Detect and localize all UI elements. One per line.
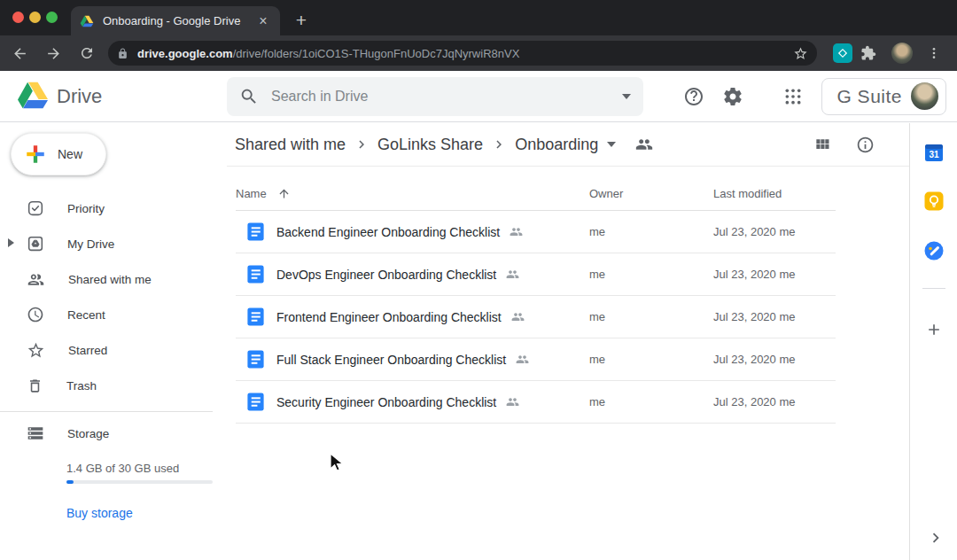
- mouse-cursor: [329, 453, 346, 478]
- search-bar[interactable]: Search in Drive: [227, 77, 643, 116]
- my-drive-icon: [27, 235, 44, 253]
- storage-progress-fill: [66, 480, 74, 484]
- address-bar[interactable]: drive.google.com/drive/folders/1oiCO1S-T…: [108, 41, 817, 66]
- sidebar-item-label: Shared with me: [68, 273, 152, 286]
- info-button[interactable]: [847, 127, 883, 162]
- google-apps-grid-icon[interactable]: [775, 79, 811, 114]
- sidebar-item-label: Priority: [67, 202, 105, 215]
- help-button[interactable]: [676, 79, 712, 114]
- file-name: DevOps Engineer Onboarding Checklist: [276, 268, 496, 282]
- bookmark-star-icon[interactable]: [793, 46, 808, 61]
- forward-button[interactable]: [39, 39, 67, 67]
- file-name: Frontend Engineer Onboarding Checklist: [276, 310, 502, 324]
- column-name-label: Name: [236, 187, 267, 200]
- file-name: Security Engineer Onboarding Checklist: [276, 395, 496, 409]
- tasks-icon[interactable]: [922, 239, 945, 262]
- screen-capture-extension-icon[interactable]: [833, 43, 852, 63]
- file-owner: me: [589, 268, 605, 281]
- file-row[interactable]: DevOps Engineer Onboarding Checklist me …: [236, 253, 836, 296]
- folder-menu-caret-icon[interactable]: [607, 142, 616, 147]
- grid-view-button[interactable]: [805, 127, 840, 162]
- account-avatar[interactable]: [911, 82, 938, 110]
- google-docs-icon: [245, 392, 266, 412]
- breadcrumb: Shared with me GoLinks Share Onboarding: [227, 123, 909, 167]
- shared-people-icon: [516, 353, 529, 366]
- google-docs-icon: [245, 349, 266, 369]
- file-row[interactable]: Frontend Engineer Onboarding Checklist m…: [236, 296, 836, 338]
- google-docs-icon: [245, 307, 266, 327]
- sidebar-item-trash[interactable]: Trash: [0, 368, 227, 403]
- settings-button[interactable]: [715, 79, 751, 114]
- expand-caret-icon[interactable]: [8, 238, 14, 247]
- sidebar-item-label: Recent: [67, 308, 105, 322]
- breadcrumb-shared-with-me[interactable]: Shared with me: [235, 136, 346, 154]
- svg-text:31: 31: [929, 150, 939, 159]
- file-row[interactable]: Backend Engineer Onboarding Checklist me…: [236, 211, 836, 253]
- file-last-modified: Jul 23, 2020 me: [713, 395, 796, 408]
- file-row[interactable]: Security Engineer Onboarding Checklist m…: [236, 381, 836, 424]
- file-last-modified: Jul 23, 2020 me: [713, 225, 796, 238]
- sidebar-item-label: Trash: [66, 379, 97, 393]
- keep-icon[interactable]: [922, 190, 945, 213]
- browser-profile-avatar[interactable]: [891, 43, 913, 64]
- browser-tab-bar: Onboarding - Google Drive × +: [0, 0, 957, 35]
- sidebar-item-shared-with-me[interactable]: Shared with me: [0, 261, 227, 297]
- shared-people-icon: [511, 310, 525, 323]
- window-minimize-button[interactable]: [29, 12, 41, 23]
- drive-favicon: [80, 14, 94, 28]
- extensions-puzzle-icon[interactable]: [854, 39, 883, 67]
- gsuite-account-badge[interactable]: G Suite: [821, 78, 946, 115]
- folder-shared-icon[interactable]: [635, 136, 653, 153]
- reload-button[interactable]: [73, 39, 101, 67]
- file-row[interactable]: Full Stack Engineer Onboarding Checklist…: [236, 338, 836, 381]
- new-button[interactable]: New: [11, 133, 106, 175]
- browser-menu-icon[interactable]: [920, 39, 948, 67]
- storage-progress-bar: [66, 480, 213, 484]
- shared-people-icon: [506, 395, 519, 408]
- column-header-name[interactable]: Name: [236, 187, 291, 200]
- sidebar-item-starred[interactable]: Starred: [0, 332, 227, 368]
- add-addon-button[interactable]: [922, 318, 945, 341]
- sidebar: New Priority My Drive Shared with me Rec…: [0, 123, 227, 560]
- column-header-last-modified[interactable]: Last modified: [713, 187, 782, 200]
- sidebar-item-label: My Drive: [67, 237, 114, 251]
- calendar-icon[interactable]: 31: [922, 141, 945, 164]
- file-owner: me: [589, 353, 605, 366]
- new-button-label: New: [58, 147, 82, 161]
- multicolor-plus-icon: [24, 143, 47, 166]
- tab-close-icon[interactable]: ×: [255, 13, 271, 29]
- sort-ascending-icon[interactable]: [277, 187, 291, 200]
- search-input[interactable]: Search in Drive: [271, 89, 622, 105]
- sidebar-item-storage[interactable]: Storage: [27, 424, 109, 442]
- window-zoom-button[interactable]: [46, 12, 58, 23]
- browser-toolbar: drive.google.com/drive/folders/1oiCO1S-T…: [0, 35, 957, 71]
- back-button[interactable]: [5, 39, 34, 67]
- shared-people-icon: [510, 225, 523, 238]
- collapse-panel-chevron-icon[interactable]: [924, 526, 947, 549]
- file-owner: me: [589, 395, 605, 408]
- sidebar-item-label: Starred: [68, 344, 107, 357]
- chevron-right-icon: [491, 136, 507, 152]
- column-header-owner[interactable]: Owner: [589, 187, 623, 200]
- window-close-button[interactable]: [12, 12, 24, 23]
- app-name: Drive: [57, 85, 102, 108]
- sidebar-item-priority[interactable]: Priority: [0, 191, 227, 226]
- sidebar-item-recent[interactable]: Recent: [0, 297, 227, 332]
- sidebar-item-my-drive[interactable]: My Drive: [0, 226, 227, 261]
- drive-logo[interactable]: Drive: [16, 82, 227, 112]
- breadcrumb-golinks-share[interactable]: GoLinks Share: [377, 136, 483, 154]
- lock-icon: [117, 48, 128, 59]
- people-icon: [27, 270, 45, 289]
- google-docs-icon: [245, 222, 266, 242]
- gsuite-label: G Suite: [836, 86, 902, 107]
- file-last-modified: Jul 23, 2020 me: [713, 310, 796, 323]
- search-options-caret-icon[interactable]: [622, 94, 631, 99]
- file-last-modified: Jul 23, 2020 me: [713, 268, 796, 281]
- browser-tab[interactable]: Onboarding - Google Drive ×: [71, 6, 280, 35]
- breadcrumb-onboarding[interactable]: Onboarding: [515, 136, 598, 154]
- buy-storage-link[interactable]: Buy storage: [66, 506, 133, 520]
- new-tab-button[interactable]: +: [289, 8, 314, 33]
- clock-icon: [27, 306, 44, 323]
- storage-usage-text: 1.4 GB of 30 GB used: [66, 462, 179, 475]
- storage-label: Storage: [67, 427, 109, 440]
